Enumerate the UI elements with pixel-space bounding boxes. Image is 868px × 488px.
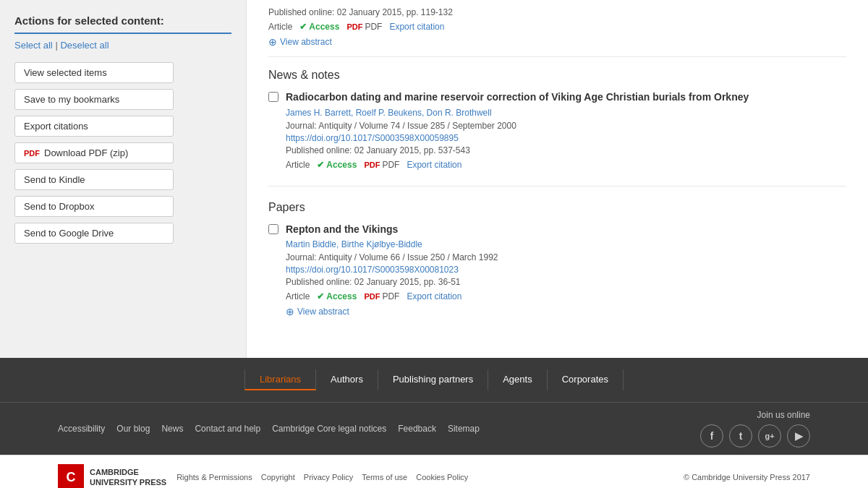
view-selected-button[interactable]: View selected items <box>14 62 174 83</box>
facebook-icon[interactable]: f <box>700 424 723 448</box>
article-1-title: Radiocarbon dating and marine reservoir … <box>286 90 846 105</box>
article-2-details: Repton and the Vikings Martin Biddle, Bi… <box>286 223 846 318</box>
select-all-link[interactable]: Select all <box>14 40 53 51</box>
article-2-doi: https://doi.org/10.1017/S0003598X0008102… <box>286 265 846 275</box>
article-2-journal: Journal: Antiquity / Volume 66 / Issue 2… <box>286 252 846 262</box>
footer-blog-link[interactable]: Our blog <box>116 424 150 434</box>
table-row: Radiocarbon dating and marine reservoir … <box>268 90 846 187</box>
sidebar-select-links: Select all | Deselect all <box>14 40 231 51</box>
send-gdrive-button[interactable]: Send to Google Drive <box>14 223 174 244</box>
footer-accessibility-link[interactable]: Accessibility <box>58 424 105 434</box>
send-dropbox-button[interactable]: Send to Dropbox <box>14 196 174 217</box>
article-2-export-cite-link[interactable]: Export citation <box>407 291 461 301</box>
footer-links: Accessibility Our blog News Contact and … <box>0 402 868 455</box>
export-citations-button[interactable]: Export citations <box>14 116 174 137</box>
top-partial-article: Published online: 02 January 2015, pp. 1… <box>268 7 846 57</box>
pdf-icon: PDF <box>24 149 40 158</box>
article-1-pdf-icon: PDF <box>364 160 380 169</box>
article-1-access-tag: ✔ Access <box>317 160 357 170</box>
footer-news-link[interactable]: News <box>161 424 183 434</box>
article-1-checkbox[interactable] <box>268 92 278 102</box>
google-plus-icon[interactable]: g+ <box>758 424 781 448</box>
article-2-checkbox[interactable] <box>268 224 278 234</box>
twitter-icon[interactable]: t <box>729 424 752 448</box>
article-1-author-2[interactable]: Roelf P. Beukens <box>356 108 422 118</box>
article-1-pdf-tag: PDF PDF <box>364 160 399 170</box>
footer-sitemap-link[interactable]: Sitemap <box>448 424 480 434</box>
footer-social: Join us online f t g+ ▶ <box>700 410 810 448</box>
cambridge-logo-text: CAMBRIDGE UNIVERSITY PRESS <box>90 467 166 488</box>
article-2-actions: Article ✔ Access PDF PDF Export citation <box>286 291 846 301</box>
article-1-export-cite-link[interactable]: Export citation <box>407 160 461 170</box>
article-2-plus-icon: ⊕ <box>286 306 294 317</box>
footer-bottom: C CAMBRIDGE UNIVERSITY PRESS Rights & Pe… <box>0 455 868 488</box>
article-1-published: Published online: 02 January 2015, pp. 5… <box>286 145 846 155</box>
top-export-cite-link[interactable]: Export citation <box>389 22 444 32</box>
save-bookmarks-button[interactable]: Save to my bookmarks <box>14 89 174 110</box>
sidebar-title: Actions for selected content: <box>14 14 231 34</box>
sidebar: Actions for selected content: Select all… <box>0 0 246 358</box>
top-pdf-icon: PDF <box>346 22 362 31</box>
article-2-pdf-tag: PDF PDF <box>364 291 399 301</box>
footer-nav-publishing-partners[interactable]: Publishing partners <box>378 369 488 390</box>
footer-nav-corporates[interactable]: Corporates <box>548 369 624 390</box>
article-2-article-tag: Article <box>286 291 310 301</box>
article-2-access-tag: ✔ Access <box>317 291 357 301</box>
youtube-icon[interactable]: ▶ <box>787 424 810 448</box>
deselect-all-link[interactable]: Deselect all <box>60 40 109 51</box>
article-2-author-2[interactable]: Birthe Kjølbye-Biddle <box>341 239 422 249</box>
join-online-label: Join us online <box>757 410 810 420</box>
footer-copyright: © Cambridge University Press 2017 <box>684 473 810 481</box>
main-content: Actions for selected content: Select all… <box>0 0 868 358</box>
article-1-article-tag: Article <box>286 160 310 170</box>
top-pdf-tag: PDF PDF <box>346 22 382 32</box>
footer-legal-link[interactable]: Cambridge Core legal notices <box>272 424 386 434</box>
copyright-link[interactable]: Copyright <box>261 473 295 481</box>
article-1-authors: James H. Barrett, Roelf P. Beukens, Don … <box>286 108 846 118</box>
article-1-author-3[interactable]: Don R. Brothwell <box>427 108 492 118</box>
article-1-checkbox-col <box>268 90 278 174</box>
table-row: Repton and the Vikings Martin Biddle, Bi… <box>268 223 846 330</box>
news-notes-section: News & notes Radiocarbon dating and mari… <box>268 69 846 187</box>
top-access-check-icon: ✔ <box>299 22 307 32</box>
cambridge-logo: C CAMBRIDGE UNIVERSITY PRESS <box>58 464 166 488</box>
footer-bottom-left: C CAMBRIDGE UNIVERSITY PRESS Rights & Pe… <box>58 464 468 488</box>
terms-of-use-link[interactable]: Terms of use <box>362 473 407 481</box>
footer-feedback-link[interactable]: Feedback <box>398 424 436 434</box>
article-2-authors: Martin Biddle, Birthe Kjølbye-Biddle <box>286 239 846 249</box>
article-1-actions: Article ✔ Access PDF PDF Export citation <box>286 160 846 170</box>
cambridge-shield-icon: C <box>58 464 84 488</box>
footer-links-left: Accessibility Our blog News Contact and … <box>58 424 480 434</box>
article-2-view-abstract[interactable]: ⊕ View abstract <box>286 306 846 317</box>
footer-nav-authors[interactable]: Authors <box>316 369 378 390</box>
top-access-tag: ✔ Access <box>299 22 339 32</box>
send-kindle-button[interactable]: Send to Kindle <box>14 169 174 190</box>
article-1-doi: https://doi.org/10.1017/S0003598X0005989… <box>286 133 846 143</box>
footer-nav-librarians[interactable]: Librarians <box>244 369 316 390</box>
article-2-title: Repton and the Vikings <box>286 223 846 237</box>
footer-bottom-links: Rights & Permissions Copyright Privacy P… <box>176 473 468 481</box>
footer-contact-link[interactable]: Contact and help <box>195 424 260 434</box>
article-2-author-1[interactable]: Martin Biddle <box>286 239 336 249</box>
cookies-policy-link[interactable]: Cookies Policy <box>416 473 468 481</box>
article-1-access-check-icon: ✔ <box>317 160 324 170</box>
svg-text:C: C <box>67 470 76 484</box>
article-1-author-1[interactable]: James H. Barrett <box>286 108 351 118</box>
top-article-tag: Article <box>268 22 292 32</box>
privacy-policy-link[interactable]: Privacy Policy <box>304 473 353 481</box>
footer-nav-inner: Librarians Authors Publishing partners A… <box>0 369 868 390</box>
article-2-published: Published online: 02 January 2015, pp. 3… <box>286 277 846 287</box>
footer-nav: Librarians Authors Publishing partners A… <box>0 358 868 402</box>
rights-permissions-link[interactable]: Rights & Permissions <box>176 473 252 481</box>
footer-nav-agents[interactable]: Agents <box>488 369 547 390</box>
content-area: Published online: 02 January 2015, pp. 1… <box>246 0 868 358</box>
social-icons: f t g+ ▶ <box>700 424 810 448</box>
top-view-abstract[interactable]: ⊕ View abstract <box>268 36 846 48</box>
article-1-journal: Journal: Antiquity / Volume 74 / Issue 2… <box>286 121 846 131</box>
article-2-access-check-icon: ✔ <box>317 291 324 301</box>
download-pdf-button[interactable]: PDF Download PDF (zip) <box>14 142 174 163</box>
top-published-info: Published online: 02 January 2015, pp. 1… <box>268 7 846 17</box>
papers-section: Papers Repton and the Vikings Martin Bid… <box>268 201 846 330</box>
news-notes-header: News & notes <box>268 69 846 82</box>
papers-header: Papers <box>268 201 846 214</box>
